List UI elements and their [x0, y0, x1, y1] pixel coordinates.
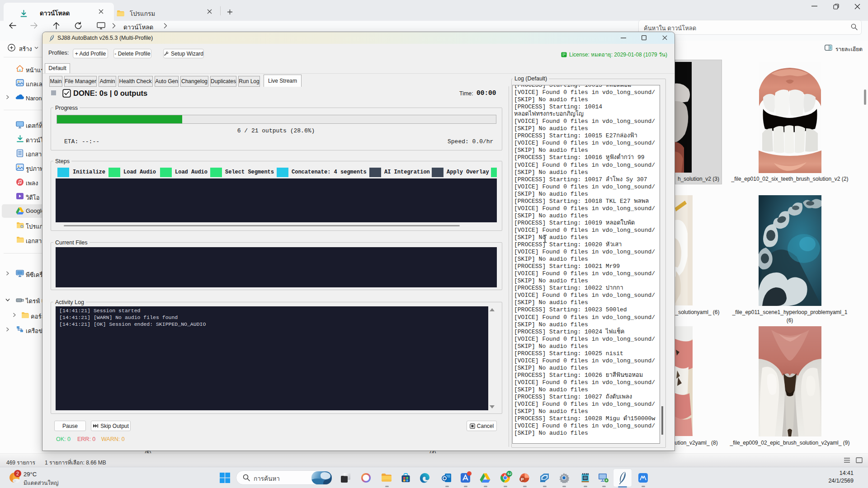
svg-text:P: P	[521, 477, 524, 482]
